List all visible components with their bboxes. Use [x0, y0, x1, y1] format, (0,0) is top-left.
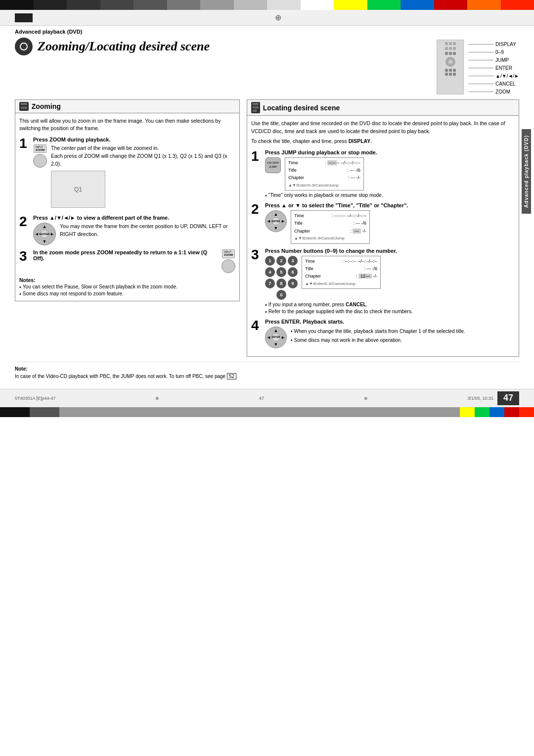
- zoom-note2-text: Some discs may not respond to zoom featu…: [23, 291, 124, 297]
- loc-step1-note-text: "Time" only works in playback or resume …: [268, 192, 383, 198]
- bottom-gray2: [59, 407, 460, 417]
- zoom-button-area: INPUT ZOOM: [33, 144, 47, 168]
- zoom-step2-title: Press ▲/▼/◄/► to view a different part o…: [33, 215, 235, 221]
- bullet1: •: [19, 284, 21, 290]
- loc-step1-title: Press JUMP during playback or stop mode.: [265, 149, 515, 155]
- zoom-btn2-icon: [222, 259, 235, 273]
- remote-label-zoom: ZOOM: [469, 89, 519, 94]
- title-row: Zooming/Locating desired scene: [15, 38, 519, 94]
- loc-step3-note1: • If you input a wrong number, press CAN…: [265, 302, 515, 308]
- locating-content: Use the title, chapter and time recorded…: [247, 116, 519, 356]
- loc-step3-note2: • Refer to the package supplied with the…: [265, 309, 515, 315]
- color-block-5: [134, 0, 167, 10]
- notes-title: Notes:: [19, 277, 235, 283]
- loc-step4-notes: • When you change the title, playback st…: [291, 327, 465, 344]
- zoom-step3-title: In the zoom mode press ZOOM repeatedly t…: [33, 249, 214, 261]
- remote-arrows-label: ▲/▼/◄/►: [495, 73, 519, 79]
- section-label-area: Advanced playback (DVD): [0, 26, 534, 36]
- title-icon: [15, 38, 33, 55]
- loc-step4-body: ▲ ▼ ◄ ► ENTER •: [265, 327, 515, 348]
- color-block-6: [167, 0, 201, 10]
- loc-step1-content: Press JUMP during playback or stop mode.…: [265, 149, 515, 198]
- loc-step3-display: Time : --:--:-- --/--:--/--:-- Title : -…: [302, 256, 381, 289]
- loc-step2-body: ▲ ▼ ◄ ► ENTER: [265, 210, 515, 243]
- zooming-notes: Notes: • You can select the Pause, Slow …: [19, 277, 235, 297]
- bottom-yellow: [460, 407, 475, 417]
- locating-header: DVD VCD CD Locating desired scene: [247, 100, 519, 116]
- remote-jump-label: JUMP: [495, 57, 509, 63]
- loc-step3-number: 3: [251, 248, 262, 262]
- remote-label-display: DISPLAY: [469, 42, 519, 47]
- zoom-preview-box: Q1: [51, 171, 105, 208]
- page-ref-box: 52: [227, 373, 236, 379]
- footer-right: 3/1/05, 10:31: [467, 396, 493, 401]
- zoom-step2-content: Press ▲/▼/◄/► to view a different part o…: [33, 215, 235, 245]
- zooming-box: DVD VCD Zooming This unit will allow you…: [15, 99, 240, 301]
- loc-step1-note: • "Time" only works in playback or resum…: [265, 192, 515, 198]
- bottom-red2: [519, 407, 534, 417]
- remote-image: [437, 40, 464, 94]
- page-header: ⊕: [0, 10, 534, 26]
- side-vertical-label: Advanced playback (DVD): [522, 129, 531, 214]
- zooming-intro: This unit will allow you to zoom in on t…: [19, 117, 235, 133]
- loc-step4-note1: • When you change the title, playback st…: [291, 328, 465, 335]
- locating-section: DVD VCD CD Locating desired scene Use th…: [247, 99, 519, 357]
- loc-step1-number: 1: [251, 149, 262, 163]
- zooming-badge: DVD VCD: [19, 102, 29, 111]
- color-block-4: [100, 0, 134, 10]
- color-block-9: [267, 0, 301, 10]
- main-content: Zooming/Locating desired scene: [0, 36, 534, 385]
- color-block-1: [0, 0, 34, 10]
- zoom-step2-number: 2: [19, 215, 30, 229]
- footer-crosshair2: ⊕: [364, 396, 368, 401]
- num-btn-3: 3: [288, 256, 298, 266]
- page-title: Zooming/Locating desired scene: [15, 38, 210, 55]
- remote-09-label: 0–9: [495, 49, 504, 55]
- locating-badge: DVD VCD CD: [251, 102, 260, 113]
- num-btn-9: 9: [288, 279, 298, 288]
- zoom-step2: 2 Press ▲/▼/◄/► to view a different part…: [19, 215, 235, 245]
- bottom-black1: [0, 407, 30, 417]
- color-block-7: [200, 0, 234, 10]
- zoom-step1-body: INPUT ZOOM The center part of the image …: [33, 144, 235, 168]
- num-btn-5: 5: [276, 267, 286, 277]
- loc-step2-number: 2: [251, 202, 262, 216]
- zoom-note1-text: You can select the Pause, Slow or Search…: [23, 284, 178, 290]
- remote-zoom-label: ZOOM: [495, 89, 510, 94]
- zoom-btn-icon: [33, 154, 47, 168]
- zoom-btn-label: INPUT ZOOM: [34, 144, 46, 153]
- bottom-green: [475, 407, 490, 417]
- num-btn-0: 0: [276, 290, 286, 300]
- remote-enter-label: ENTER: [495, 65, 512, 71]
- color-block-red: [434, 0, 468, 10]
- loc-nav-button: ▲ ▼ ◄ ► ENTER: [265, 210, 287, 232]
- page-number-box: 47: [497, 391, 519, 405]
- loc-step3-body: 1 2 3 4 5 6 7 8 9 0: [265, 256, 515, 300]
- header-crosshair: ⊕: [275, 13, 281, 22]
- zoom-step2-text: You may move the frame from the center p…: [60, 223, 235, 238]
- loc-step3-content: Press Number buttons (0–9) to change the…: [265, 248, 515, 315]
- two-col-layout: DVD VCD Zooming This unit will allow you…: [15, 99, 519, 357]
- loc-step4-content: Press ENTER. Playback starts. ▲ ▼ ◄ ►: [265, 319, 515, 348]
- page-footer: 5T40301A [E]p44-47 ⊕ 47 ⊕ 3/1/05, 10:31 …: [0, 389, 534, 407]
- color-block-3: [67, 0, 100, 10]
- color-block-8: [234, 0, 267, 10]
- zoom-step3-content: In the zoom mode press ZOOM repeatedly t…: [33, 249, 235, 273]
- loc-step2: 2 Press ▲ or ▼ to select the "Time", "Ti…: [251, 202, 515, 243]
- zooming-header: DVD VCD Zooming: [15, 100, 239, 113]
- num-btn-1: 1: [265, 256, 275, 266]
- zoom-note2: • Some discs may not respond to zoom fea…: [19, 291, 235, 297]
- locating-intro1: Use the title, chapter and time recorded…: [251, 120, 515, 136]
- loc-step2-display: Time : --:--:-- --/--:--/--:-- Title : -…: [291, 210, 370, 243]
- remote-area: DISPLAY 0–9 JUMP ENTER ▲/▼/◄/►: [437, 40, 519, 94]
- zoom-step1-title: Press ZOOM during playback.: [33, 137, 235, 142]
- locating-box: DVD VCD CD Locating desired scene Use th…: [247, 99, 519, 357]
- note-bottom: Note: In case of the Video-CD playback w…: [15, 362, 519, 380]
- zoom-btn2-label: INPUT ZOOM: [222, 249, 235, 258]
- main-title-text: Zooming/Locating desired scene: [38, 39, 210, 54]
- zoom-step1-content: Press ZOOM during playback. INPUT ZOOM: [33, 137, 235, 211]
- jump-button-icon: CM SKIPJUMP: [265, 157, 281, 173]
- loc-step3-title: Press Number buttons (0–9) to change the…: [265, 248, 515, 254]
- remote-label-arrows: ▲/▼/◄/►: [469, 73, 519, 79]
- loc-step3: 3 Press Number buttons (0–9) to change t…: [251, 248, 515, 315]
